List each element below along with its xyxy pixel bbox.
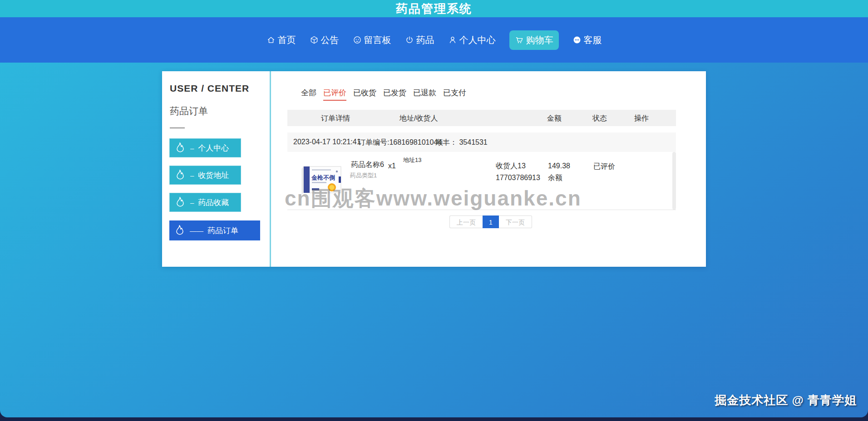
- nav-item-cart[interactable]: 购物车: [509, 30, 559, 50]
- order-datetime: 2023-04-17 10:21:41: [293, 138, 361, 146]
- table-header: 订单详情 地址/收货人 金额 状态 操作: [287, 110, 676, 126]
- credit-text: 掘金技术社区 @ 青青学姐: [715, 392, 857, 408]
- sidebar-item-label: 药品收藏: [198, 197, 229, 208]
- cube-icon: [310, 35, 319, 44]
- flame-icon: [174, 168, 186, 182]
- user-center-panel: USER / CENTER 药品订单 – 个人中心 – 收货地址 – 药品收藏 …: [162, 71, 706, 267]
- pagination-prev-button[interactable]: 上一页: [449, 215, 483, 228]
- service-icon: [572, 35, 582, 44]
- order-shipping: 顺丰： 3541531: [435, 138, 488, 147]
- pagination: 上一页 1 下一页: [449, 215, 532, 228]
- pagination-next-button[interactable]: 下一页: [499, 215, 532, 228]
- tab-shipped[interactable]: 已发货: [383, 88, 406, 101]
- nav-item-notice[interactable]: 公告: [310, 34, 339, 46]
- column-header-address-receiver: 地址/收货人: [399, 114, 438, 123]
- sidebar-divider: [170, 127, 185, 128]
- sidebar-item-dash: ——: [190, 227, 203, 235]
- nav-item-label: 首页: [278, 34, 296, 46]
- sidebar: USER / CENTER 药品订单 – 个人中心 – 收货地址 – 药品收藏 …: [162, 71, 271, 267]
- power-icon: [405, 35, 414, 44]
- sidebar-item-dash: –: [190, 144, 194, 152]
- column-header-amount: 金额: [547, 114, 562, 123]
- order-amount: 149.38: [548, 160, 570, 172]
- tab-all[interactable]: 全部: [301, 88, 316, 101]
- sidebar-item-shipping-address[interactable]: – 收货地址: [169, 166, 241, 185]
- order-address: 地址13: [403, 156, 421, 164]
- nav-item-label: 个人中心: [459, 34, 496, 46]
- sidebar-item-dash: –: [190, 199, 194, 206]
- order-number: 订单编号:1681698101044: [358, 138, 442, 147]
- nav-item-label: 公告: [321, 34, 339, 46]
- order-amount-block: 149.38 余额: [548, 160, 570, 184]
- user-icon: [448, 35, 457, 44]
- sidebar-item-personal-center[interactable]: – 个人中心: [169, 138, 241, 157]
- tab-paid[interactable]: 已支付: [443, 88, 466, 101]
- flame-icon: [174, 141, 186, 155]
- order-receiver-block: 收货人13 17703786913: [496, 160, 540, 184]
- column-header-order-details: 订单详情: [321, 114, 350, 123]
- nav-item-label: 购物车: [526, 34, 553, 46]
- order-pay-method: 余额: [548, 172, 570, 184]
- sidebar-item-label: 个人中心: [198, 143, 229, 153]
- sidebar-item-label: 收货地址: [198, 170, 229, 181]
- product-image[interactable]: 金枪不倒: [301, 165, 343, 196]
- sidebar-item-medicine-favorites[interactable]: – 药品收藏: [169, 193, 241, 212]
- row-divider: [287, 210, 676, 210]
- tab-reviewed[interactable]: 已评价: [323, 88, 346, 101]
- nav-item-label: 留言板: [364, 34, 391, 46]
- nav-item-home[interactable]: 首页: [266, 34, 296, 46]
- order-info-row: 2023-04-17 10:21:41 订单编号:1681698101044 顺…: [287, 132, 676, 152]
- order-status: 已评价: [593, 162, 615, 171]
- main-navigation: 首页 公告 留言板 药品 个人中心 购物车 客服: [0, 17, 868, 63]
- nav-item-medicine[interactable]: 药品: [405, 34, 434, 46]
- column-header-actions: 操作: [634, 114, 649, 123]
- sidebar-item-medicine-orders[interactable]: —— 药品订单: [169, 220, 260, 240]
- receiver-name: 收货人13: [496, 160, 540, 172]
- product-name: 药品名称6: [351, 160, 384, 170]
- order-status-tabs: 全部 已评价 已收货 已发货 已退款 已支付: [301, 88, 466, 101]
- column-header-status: 状态: [592, 114, 607, 123]
- nav-item-customer-service[interactable]: 客服: [572, 34, 602, 46]
- nav-item-label: 药品: [416, 34, 434, 46]
- nav-item-message-board[interactable]: 留言板: [353, 34, 391, 46]
- sidebar-heading: USER / CENTER: [170, 83, 249, 94]
- page-background: 药品管理系统 首页 公告 留言板 药品 个人中心 购物车 客服: [0, 0, 868, 417]
- nav-item-label: 客服: [584, 34, 602, 46]
- sidebar-item-dash: –: [190, 171, 194, 179]
- product-quantity: x1: [388, 162, 396, 170]
- cart-icon: [515, 35, 524, 44]
- scrollbar[interactable]: [672, 152, 676, 210]
- pagination-current-page[interactable]: 1: [483, 215, 499, 228]
- flame-icon: [174, 224, 186, 238]
- sidebar-item-label: 药品订单: [207, 225, 238, 236]
- app-title-bar: 药品管理系统: [0, 0, 868, 17]
- home-icon: [266, 35, 276, 44]
- nav-item-personal-center[interactable]: 个人中心: [448, 34, 496, 46]
- app-title: 药品管理系统: [396, 1, 472, 17]
- tab-received[interactable]: 已收货: [353, 88, 376, 101]
- message-icon: [353, 35, 362, 44]
- receiver-phone: 17703786913: [496, 172, 540, 184]
- sidebar-subheading: 药品订单: [170, 105, 208, 117]
- svg-text:金枪不倒: 金枪不倒: [311, 174, 335, 181]
- flame-icon: [174, 196, 186, 210]
- tab-refunded[interactable]: 已退款: [413, 88, 436, 101]
- product-type: 药品类型1: [350, 171, 377, 180]
